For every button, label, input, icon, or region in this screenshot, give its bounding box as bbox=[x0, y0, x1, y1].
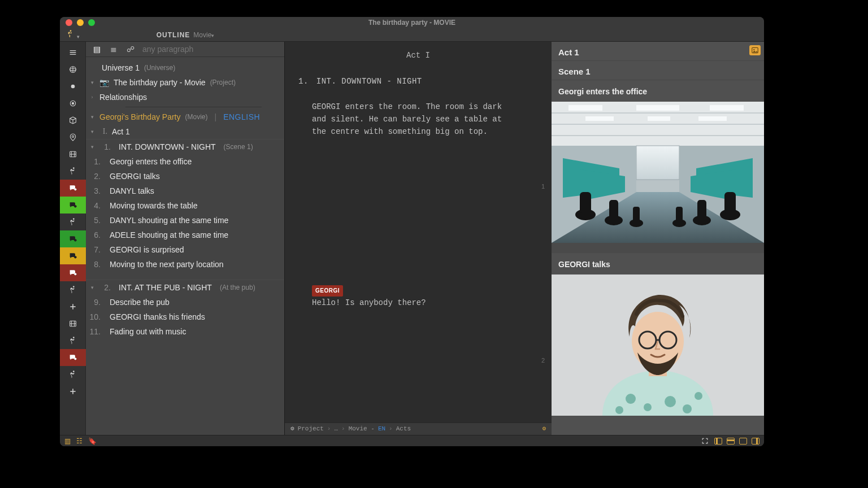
svg-rect-45 bbox=[648, 116, 670, 121]
image-toggle-button[interactable] bbox=[749, 45, 761, 55]
fullscreen-icon[interactable] bbox=[701, 437, 709, 445]
tree-beat[interactable]: 4.Moving towards the table bbox=[86, 198, 284, 213]
breadcrumb-item[interactable]: Project bbox=[298, 424, 324, 434]
tree-beat[interactable]: 8.Moving to the next party location bbox=[86, 257, 284, 272]
tree-beat[interactable]: 9.Describe the pub bbox=[86, 295, 284, 310]
tree-beat[interactable]: 11.Fading out with music bbox=[86, 324, 284, 339]
search-input[interactable] bbox=[142, 45, 279, 54]
svg-point-21 bbox=[74, 273, 76, 275]
view-page-icon[interactable]: ▤ bbox=[92, 45, 102, 54]
tree-scene[interactable]: ▾1.INT. DOWNTOWN - NIGHT(Scene 1) bbox=[86, 139, 284, 154]
dialog-line[interactable]: Hello! Is anybody there? bbox=[312, 297, 538, 310]
pane-right-button[interactable] bbox=[752, 438, 760, 445]
action-paragraph[interactable]: GEORGI enters the room. The room is dark… bbox=[312, 101, 504, 138]
divider bbox=[125, 107, 262, 107]
pane-left-button[interactable] bbox=[714, 438, 722, 445]
dot-icon[interactable] bbox=[60, 78, 86, 95]
chevron-down-icon[interactable]: ▾ bbox=[89, 285, 95, 290]
action-icon-2[interactable] bbox=[60, 213, 86, 230]
svg-point-19 bbox=[74, 239, 76, 241]
globe-icon[interactable] bbox=[60, 61, 86, 78]
svg-point-35 bbox=[753, 49, 754, 50]
breadcrumb-item[interactable]: Movie - bbox=[349, 424, 375, 434]
svg-rect-57 bbox=[580, 192, 591, 213]
layout-a-icon[interactable]: ▥ bbox=[64, 437, 71, 445]
tree-beat[interactable]: 10.GEORGI thanks his friends bbox=[86, 310, 284, 324]
film-icon-2[interactable] bbox=[60, 315, 86, 332]
pane-center-button[interactable] bbox=[739, 438, 747, 445]
tree-universe[interactable]: Universe 1 (Universe) bbox=[86, 60, 284, 75]
breadcrumb-item[interactable]: Acts bbox=[396, 424, 411, 434]
chevron-down-icon[interactable]: ▾ bbox=[89, 144, 95, 150]
tree-project[interactable]: ▾ 📷 The birthday party - Movie (Project) bbox=[86, 75, 284, 90]
svg-point-10 bbox=[72, 136, 73, 137]
tree-beat[interactable]: 2.GEORGI talks bbox=[86, 169, 284, 184]
page-number-1: 1 bbox=[541, 182, 545, 191]
card-caption[interactable]: Georgi enters the office bbox=[552, 80, 764, 102]
pin-icon[interactable] bbox=[60, 129, 86, 146]
character-cue[interactable]: GEORGI bbox=[312, 285, 538, 297]
scene-slugline[interactable]: 1.INT. DOWNTOWN - NIGHT bbox=[298, 76, 538, 88]
dialog-green-1[interactable] bbox=[60, 197, 86, 213]
tree-beat[interactable]: 7.GEORGI is surprised bbox=[86, 242, 284, 257]
film-icon[interactable] bbox=[60, 146, 86, 163]
tree-movie[interactable]: ▾ Georgi's Birthday Party (Movie) | ENGL… bbox=[86, 110, 284, 124]
svg-point-29 bbox=[73, 337, 75, 338]
pane-top-button[interactable] bbox=[727, 438, 735, 445]
action-icon-5[interactable] bbox=[60, 366, 86, 383]
svg-point-20 bbox=[74, 256, 76, 258]
dialog-yellow[interactable] bbox=[60, 247, 86, 264]
card-caption[interactable]: GEORGI talks bbox=[552, 253, 764, 274]
view-list-icon[interactable]: ≣ bbox=[108, 45, 119, 54]
add-icon-1[interactable] bbox=[60, 298, 86, 315]
breadcrumb-settings-icon[interactable]: ⚙ bbox=[542, 424, 546, 434]
tree-beat[interactable]: 5.DANYL shouting at the same time bbox=[86, 213, 284, 228]
svg-point-70 bbox=[644, 403, 652, 411]
chevron-down-icon[interactable]: ▾ bbox=[89, 80, 95, 85]
breadcrumb-gear-left[interactable]: ⚙ bbox=[290, 424, 294, 434]
cards-scene-heading[interactable]: Scene 1 bbox=[552, 61, 764, 80]
app-window: The birthday party - MOVIE ▾ OUTLINE Mov… bbox=[60, 17, 764, 446]
cards-act-heading[interactable]: Act 1 bbox=[552, 42, 764, 61]
cube-icon[interactable] bbox=[60, 112, 86, 129]
svg-rect-63 bbox=[697, 200, 706, 219]
image-icon bbox=[751, 46, 759, 54]
menu-lines-icon[interactable] bbox=[60, 44, 86, 61]
tree-beat[interactable]: 6.ADELE shouting at the same time bbox=[86, 228, 284, 242]
chevron-right-icon[interactable]: › bbox=[89, 94, 95, 100]
svg-point-16 bbox=[74, 188, 76, 190]
tree-relationships[interactable]: › Relationships bbox=[86, 90, 284, 104]
dialog-red-2[interactable] bbox=[60, 264, 86, 281]
view-people-icon[interactable]: ☍ bbox=[125, 45, 136, 54]
tree-scene[interactable]: ▾2.INT. AT THE PUB - NIGHT(At the pub) bbox=[86, 280, 284, 295]
chevron-down-icon[interactable]: ▾ bbox=[89, 129, 95, 134]
svg-rect-46 bbox=[698, 116, 727, 121]
language-label[interactable]: ENGLISH bbox=[223, 112, 260, 121]
outline-mode-picker[interactable]: Movie▾ bbox=[193, 31, 214, 39]
page-number-2: 2 bbox=[541, 356, 545, 365]
breadcrumb-lang[interactable]: EN bbox=[378, 424, 385, 434]
target-icon[interactable] bbox=[60, 95, 86, 112]
bookmark-icon[interactable]: 🔖 bbox=[88, 437, 97, 445]
action-icon-3[interactable] bbox=[60, 281, 86, 298]
layout-b-icon[interactable]: ☷ bbox=[76, 437, 83, 445]
svg-rect-42 bbox=[636, 105, 679, 111]
breadcrumb-item[interactable]: … bbox=[334, 424, 338, 434]
mode-icon[interactable]: ▾ bbox=[66, 29, 80, 40]
card-image-office[interactable] bbox=[552, 102, 764, 243]
action-icon-1[interactable] bbox=[60, 163, 86, 180]
header-bar: ▾ OUTLINE Movie▾ bbox=[60, 28, 764, 42]
add-icon-2[interactable] bbox=[60, 383, 86, 400]
tree-act-1[interactable]: ▾ I. Act 1 bbox=[86, 124, 284, 139]
svg-point-30 bbox=[74, 358, 76, 360]
action-icon-4[interactable] bbox=[60, 332, 86, 349]
dialog-green-2[interactable] bbox=[60, 230, 86, 247]
tree-beat[interactable]: 1.Georgi enters the office bbox=[86, 154, 284, 169]
tree-beat[interactable]: 3.DANYL talks bbox=[86, 184, 284, 198]
dialog-red-3[interactable] bbox=[60, 349, 86, 366]
svg-rect-43 bbox=[710, 105, 744, 111]
chevron-down-icon[interactable]: ▾ bbox=[89, 114, 95, 120]
card-image-georgi[interactable] bbox=[552, 274, 764, 416]
dialog-red-1[interactable] bbox=[60, 180, 86, 197]
outline-tree: Universe 1 (Universe) ▾ 📷 The birthday p… bbox=[86, 57, 284, 435]
